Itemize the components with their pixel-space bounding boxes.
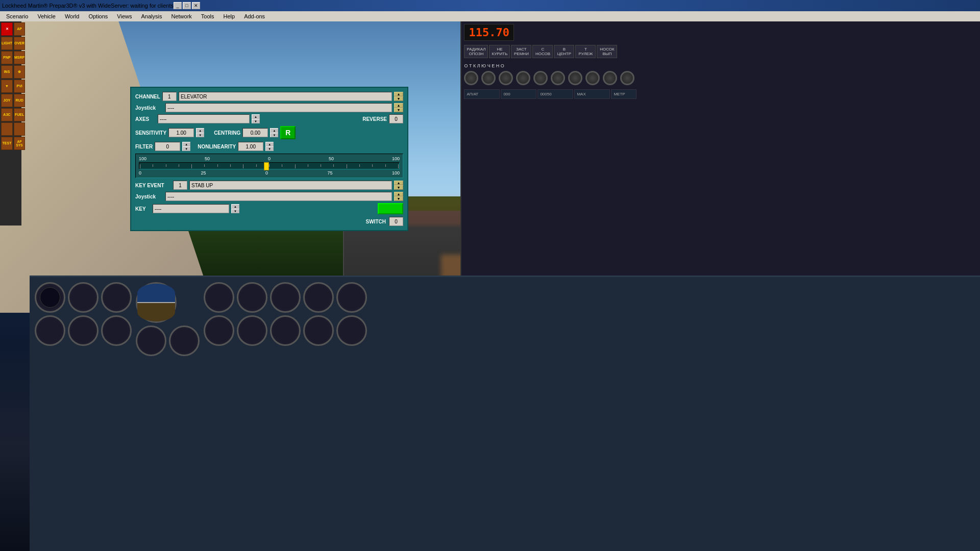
axes-spin-down[interactable]: ▼ (252, 119, 260, 123)
sidebar-over-btn[interactable]: OVER (14, 37, 25, 50)
channel-row: CHANNEL ▲ ▼ (135, 92, 403, 101)
filter-spin: ▲ ▼ (182, 142, 190, 151)
minimize-button[interactable]: _ (174, 2, 182, 9)
right-instrument-panel: 115.70 РАДИКАЛОПОЗН НЕКУРИТЬ ЗАСТРЕМНИ С… (460, 21, 980, 276)
sidebar-apsy-btn[interactable]: AP SYS (14, 137, 25, 150)
nonlinearity-input[interactable] (238, 142, 263, 151)
sidebar-joy-btn[interactable]: JOY (1, 94, 13, 107)
nonlinearity-spin-down[interactable]: ▼ (265, 146, 274, 151)
reverse-input[interactable] (389, 114, 403, 123)
key-event-up-arrow[interactable]: ▲ (394, 181, 403, 185)
menu-addons[interactable]: Add-ons (240, 12, 269, 20)
menu-options[interactable]: Options (84, 12, 112, 20)
key-green-button[interactable] (378, 203, 403, 214)
menu-tools[interactable]: Tools (197, 12, 218, 20)
joystick2-nav-arrows: ▲ ▼ (394, 192, 403, 201)
bottom-instrument-panel (30, 276, 980, 551)
channel-name-input[interactable] (179, 92, 392, 101)
sidebar-empty2-btn[interactable] (14, 122, 25, 136)
joystick1-up-arrow[interactable]: ▲ (394, 103, 403, 108)
nonlinearity-spin-up[interactable]: ▲ (265, 142, 274, 146)
key-spin-down[interactable]: ▼ (231, 209, 239, 213)
cyrillic-labels: РАДИКАЛОПОЗН НЕКУРИТЬ ЗАСТРЕМНИ СНОСОВ В… (464, 45, 977, 58)
centring-label: CENTRING (214, 130, 240, 136)
sidebar-light-btn[interactable]: LIGHT (1, 37, 13, 50)
slider-handle[interactable] (264, 162, 269, 170)
key-spin-up[interactable]: ▲ (231, 204, 239, 209)
sidebar-azs-btn[interactable]: АЗС (1, 108, 13, 121)
joystick1-down-arrow[interactable]: ▼ (394, 108, 403, 112)
slider-label-50-right: 50 (329, 156, 334, 161)
joystick2-up-arrow[interactable]: ▲ (394, 192, 403, 196)
sidebar-down-btn[interactable]: ▼ (1, 80, 13, 93)
slider-top-labels: 100 50 0 50 100 (139, 156, 400, 161)
slider-bottom-25: 25 (201, 170, 206, 176)
menu-analysis[interactable]: Analysis (137, 12, 166, 20)
menu-views[interactable]: Views (113, 12, 136, 20)
filter-spin-down[interactable]: ▼ (182, 146, 190, 151)
sidebar-rud-btn[interactable]: RUD (14, 94, 25, 107)
slider-area: 100 50 0 50 100 (135, 154, 403, 178)
sensitivity-spin-down[interactable]: ▼ (196, 133, 204, 137)
filter-spin-up[interactable]: ▲ (182, 142, 190, 146)
axes-input[interactable] (158, 114, 250, 123)
reverse-label: REVERSE (362, 116, 387, 122)
menu-help[interactable]: Help (219, 12, 239, 20)
centring-spin-up[interactable]: ▲ (270, 128, 278, 133)
nonlinearity-label: NONLINEARITY (198, 144, 236, 149)
menu-scenario[interactable]: Scenario (2, 12, 32, 20)
joystick1-input[interactable] (165, 103, 392, 112)
joystick2-input[interactable] (165, 192, 392, 201)
joystick1-nav-arrows: ▲ ▼ (394, 103, 403, 112)
key-label: KEY (135, 206, 151, 212)
channel-number-input[interactable] (162, 92, 177, 101)
joystick2-label: Joystick (135, 194, 163, 199)
slider-label-0-center: 0 (268, 156, 271, 161)
menu-world[interactable]: World (61, 12, 84, 20)
sidebar-msrp-btn[interactable]: MSRP (14, 51, 25, 64)
axes-spin-up[interactable]: ▲ (252, 114, 260, 119)
slider-bottom-0-mid: 0 (265, 170, 268, 176)
switch-input[interactable] (389, 217, 403, 226)
key-event-number-input[interactable] (173, 181, 187, 190)
titlebar-buttons: _ □ ✕ (174, 2, 200, 9)
sidebar-close-btn[interactable]: ✕ (1, 22, 13, 36)
centring-spin-down[interactable]: ▼ (270, 133, 278, 137)
sensitivity-label: SENSITIVITY (135, 130, 166, 136)
r-reset-button[interactable]: R (280, 126, 296, 139)
nonlinearity-spin: ▲ ▼ (265, 142, 274, 151)
slider-track[interactable] (139, 162, 400, 169)
key-event-nav-arrows: ▲ ▼ (394, 181, 403, 190)
sidebar-target-btn[interactable]: ⊕ (14, 65, 25, 79)
channel-up-arrow[interactable]: ▲ (394, 92, 403, 96)
menubar: Scenario Vehicle World Options Views Ana… (0, 11, 980, 21)
centring-input[interactable] (242, 128, 268, 137)
key-event-name-input[interactable] (189, 181, 392, 190)
maximize-button[interactable]: □ (183, 2, 191, 9)
sidebar-empty1-btn[interactable] (1, 122, 13, 136)
key-input[interactable] (153, 204, 229, 213)
sensitivity-spin: ▲ ▼ (196, 128, 204, 137)
key-event-down-arrow[interactable]: ▼ (394, 185, 403, 190)
joystick2-down-arrow[interactable]: ▼ (394, 196, 403, 201)
switch-row: SWITCH (135, 217, 403, 226)
sensitivity-spin-up[interactable]: ▲ (196, 128, 204, 133)
sidebar-pnp-btn[interactable]: PNP (1, 51, 13, 64)
menu-vehicle[interactable]: Vehicle (33, 12, 59, 20)
left-sidebar: ✕ AP LIGHT OVER PNP MSRP INS ⊕ ▼ PVI JOY… (0, 21, 21, 226)
joystick2-row: Joystick ▲ ▼ (135, 192, 403, 201)
sidebar-fuel-btn[interactable]: FUEL (14, 108, 25, 121)
slider-bottom-75: 75 (327, 170, 332, 176)
channel-down-arrow[interactable]: ▼ (394, 96, 403, 101)
key-row: KEY ▲ ▼ (135, 203, 403, 214)
sidebar-ins-btn[interactable]: INS (1, 65, 13, 79)
axes-row: AXES ▲ ▼ REVERSE (135, 114, 403, 123)
menu-network[interactable]: Network (167, 12, 195, 20)
sidebar-pvi-btn[interactable]: PVI (14, 80, 25, 93)
slider-label-100-right: 100 (392, 156, 400, 161)
sensitivity-input[interactable] (168, 128, 194, 137)
close-window-button[interactable]: ✕ (192, 2, 200, 9)
sidebar-test-btn[interactable]: TEST (1, 137, 13, 150)
filter-input[interactable] (155, 142, 180, 151)
sidebar-ap-btn[interactable]: AP (14, 22, 25, 36)
